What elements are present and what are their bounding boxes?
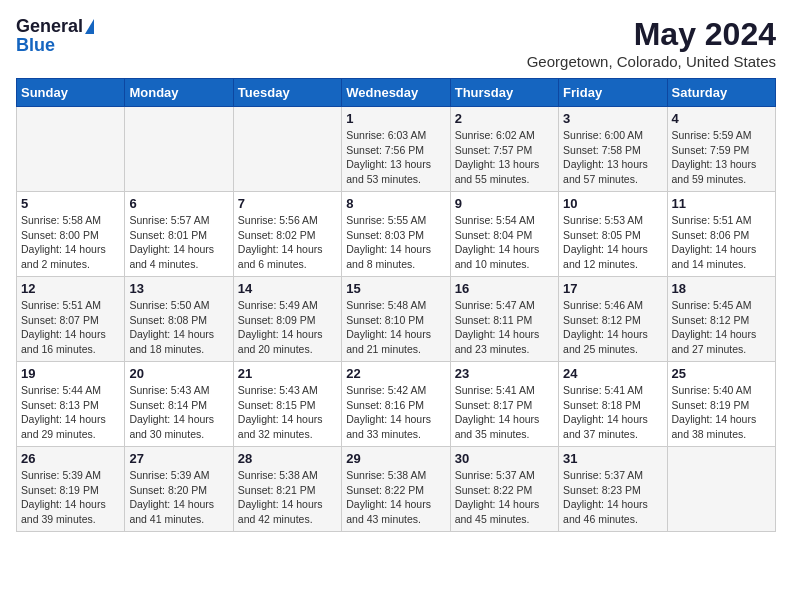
calendar-cell: 5Sunrise: 5:58 AM Sunset: 8:00 PM Daylig… xyxy=(17,192,125,277)
calendar-header: SundayMondayTuesdayWednesdayThursdayFrid… xyxy=(17,79,776,107)
day-number: 28 xyxy=(238,451,337,466)
day-number: 31 xyxy=(563,451,662,466)
calendar-cell: 14Sunrise: 5:49 AM Sunset: 8:09 PM Dayli… xyxy=(233,277,341,362)
day-number: 3 xyxy=(563,111,662,126)
day-info: Sunrise: 5:54 AM Sunset: 8:04 PM Dayligh… xyxy=(455,213,554,272)
day-info: Sunrise: 5:59 AM Sunset: 7:59 PM Dayligh… xyxy=(672,128,771,187)
calendar-cell xyxy=(17,107,125,192)
calendar-cell: 20Sunrise: 5:43 AM Sunset: 8:14 PM Dayli… xyxy=(125,362,233,447)
calendar-cell: 11Sunrise: 5:51 AM Sunset: 8:06 PM Dayli… xyxy=(667,192,775,277)
calendar-cell: 21Sunrise: 5:43 AM Sunset: 8:15 PM Dayli… xyxy=(233,362,341,447)
day-info: Sunrise: 5:55 AM Sunset: 8:03 PM Dayligh… xyxy=(346,213,445,272)
day-number: 11 xyxy=(672,196,771,211)
calendar-cell: 8Sunrise: 5:55 AM Sunset: 8:03 PM Daylig… xyxy=(342,192,450,277)
day-info: Sunrise: 5:41 AM Sunset: 8:18 PM Dayligh… xyxy=(563,383,662,442)
day-info: Sunrise: 6:02 AM Sunset: 7:57 PM Dayligh… xyxy=(455,128,554,187)
calendar-week-row: 12Sunrise: 5:51 AM Sunset: 8:07 PM Dayli… xyxy=(17,277,776,362)
logo-general-text: General xyxy=(16,16,83,37)
calendar-cell: 16Sunrise: 5:47 AM Sunset: 8:11 PM Dayli… xyxy=(450,277,558,362)
day-info: Sunrise: 5:45 AM Sunset: 8:12 PM Dayligh… xyxy=(672,298,771,357)
day-number: 14 xyxy=(238,281,337,296)
day-number: 4 xyxy=(672,111,771,126)
day-number: 20 xyxy=(129,366,228,381)
calendar-cell: 9Sunrise: 5:54 AM Sunset: 8:04 PM Daylig… xyxy=(450,192,558,277)
calendar-cell: 7Sunrise: 5:56 AM Sunset: 8:02 PM Daylig… xyxy=(233,192,341,277)
day-number: 13 xyxy=(129,281,228,296)
calendar-cell: 3Sunrise: 6:00 AM Sunset: 7:58 PM Daylig… xyxy=(559,107,667,192)
day-info: Sunrise: 5:46 AM Sunset: 8:12 PM Dayligh… xyxy=(563,298,662,357)
calendar-cell: 25Sunrise: 5:40 AM Sunset: 8:19 PM Dayli… xyxy=(667,362,775,447)
calendar-cell: 1Sunrise: 6:03 AM Sunset: 7:56 PM Daylig… xyxy=(342,107,450,192)
calendar-table: SundayMondayTuesdayWednesdayThursdayFrid… xyxy=(16,78,776,532)
weekday-header-tuesday: Tuesday xyxy=(233,79,341,107)
calendar-cell: 4Sunrise: 5:59 AM Sunset: 7:59 PM Daylig… xyxy=(667,107,775,192)
weekday-header-row: SundayMondayTuesdayWednesdayThursdayFrid… xyxy=(17,79,776,107)
calendar-week-row: 5Sunrise: 5:58 AM Sunset: 8:00 PM Daylig… xyxy=(17,192,776,277)
calendar-cell: 17Sunrise: 5:46 AM Sunset: 8:12 PM Dayli… xyxy=(559,277,667,362)
day-info: Sunrise: 5:39 AM Sunset: 8:19 PM Dayligh… xyxy=(21,468,120,527)
calendar-cell: 13Sunrise: 5:50 AM Sunset: 8:08 PM Dayli… xyxy=(125,277,233,362)
day-number: 12 xyxy=(21,281,120,296)
day-number: 5 xyxy=(21,196,120,211)
location-title: Georgetown, Colorado, United States xyxy=(527,53,776,70)
day-info: Sunrise: 5:51 AM Sunset: 8:06 PM Dayligh… xyxy=(672,213,771,272)
calendar-cell: 22Sunrise: 5:42 AM Sunset: 8:16 PM Dayli… xyxy=(342,362,450,447)
calendar-cell: 15Sunrise: 5:48 AM Sunset: 8:10 PM Dayli… xyxy=(342,277,450,362)
day-info: Sunrise: 5:53 AM Sunset: 8:05 PM Dayligh… xyxy=(563,213,662,272)
day-info: Sunrise: 5:56 AM Sunset: 8:02 PM Dayligh… xyxy=(238,213,337,272)
weekday-header-wednesday: Wednesday xyxy=(342,79,450,107)
day-number: 19 xyxy=(21,366,120,381)
day-number: 21 xyxy=(238,366,337,381)
weekday-header-monday: Monday xyxy=(125,79,233,107)
day-number: 27 xyxy=(129,451,228,466)
calendar-cell xyxy=(125,107,233,192)
calendar-cell: 18Sunrise: 5:45 AM Sunset: 8:12 PM Dayli… xyxy=(667,277,775,362)
calendar-week-row: 1Sunrise: 6:03 AM Sunset: 7:56 PM Daylig… xyxy=(17,107,776,192)
calendar-cell xyxy=(667,447,775,532)
day-info: Sunrise: 5:42 AM Sunset: 8:16 PM Dayligh… xyxy=(346,383,445,442)
logo: General Blue xyxy=(16,16,94,56)
weekday-header-saturday: Saturday xyxy=(667,79,775,107)
calendar-cell: 19Sunrise: 5:44 AM Sunset: 8:13 PM Dayli… xyxy=(17,362,125,447)
day-info: Sunrise: 5:57 AM Sunset: 8:01 PM Dayligh… xyxy=(129,213,228,272)
day-number: 10 xyxy=(563,196,662,211)
calendar-cell: 23Sunrise: 5:41 AM Sunset: 8:17 PM Dayli… xyxy=(450,362,558,447)
day-info: Sunrise: 5:58 AM Sunset: 8:00 PM Dayligh… xyxy=(21,213,120,272)
logo-triangle-icon xyxy=(85,19,94,34)
day-number: 18 xyxy=(672,281,771,296)
calendar-cell: 30Sunrise: 5:37 AM Sunset: 8:22 PM Dayli… xyxy=(450,447,558,532)
day-number: 29 xyxy=(346,451,445,466)
day-number: 1 xyxy=(346,111,445,126)
weekday-header-thursday: Thursday xyxy=(450,79,558,107)
calendar-week-row: 26Sunrise: 5:39 AM Sunset: 8:19 PM Dayli… xyxy=(17,447,776,532)
calendar-cell: 28Sunrise: 5:38 AM Sunset: 8:21 PM Dayli… xyxy=(233,447,341,532)
day-number: 6 xyxy=(129,196,228,211)
day-info: Sunrise: 5:43 AM Sunset: 8:15 PM Dayligh… xyxy=(238,383,337,442)
day-info: Sunrise: 5:51 AM Sunset: 8:07 PM Dayligh… xyxy=(21,298,120,357)
day-number: 26 xyxy=(21,451,120,466)
day-info: Sunrise: 5:49 AM Sunset: 8:09 PM Dayligh… xyxy=(238,298,337,357)
day-info: Sunrise: 5:37 AM Sunset: 8:22 PM Dayligh… xyxy=(455,468,554,527)
day-number: 7 xyxy=(238,196,337,211)
page-header: General Blue May 2024 Georgetown, Colora… xyxy=(16,16,776,70)
day-number: 9 xyxy=(455,196,554,211)
day-info: Sunrise: 5:38 AM Sunset: 8:21 PM Dayligh… xyxy=(238,468,337,527)
day-info: Sunrise: 5:43 AM Sunset: 8:14 PM Dayligh… xyxy=(129,383,228,442)
calendar-cell: 12Sunrise: 5:51 AM Sunset: 8:07 PM Dayli… xyxy=(17,277,125,362)
day-info: Sunrise: 5:47 AM Sunset: 8:11 PM Dayligh… xyxy=(455,298,554,357)
logo-blue-text: Blue xyxy=(16,35,55,56)
weekday-header-sunday: Sunday xyxy=(17,79,125,107)
day-info: Sunrise: 6:00 AM Sunset: 7:58 PM Dayligh… xyxy=(563,128,662,187)
day-number: 22 xyxy=(346,366,445,381)
calendar-cell: 6Sunrise: 5:57 AM Sunset: 8:01 PM Daylig… xyxy=(125,192,233,277)
calendar-body: 1Sunrise: 6:03 AM Sunset: 7:56 PM Daylig… xyxy=(17,107,776,532)
day-number: 15 xyxy=(346,281,445,296)
day-info: Sunrise: 5:39 AM Sunset: 8:20 PM Dayligh… xyxy=(129,468,228,527)
calendar-cell: 31Sunrise: 5:37 AM Sunset: 8:23 PM Dayli… xyxy=(559,447,667,532)
day-info: Sunrise: 5:44 AM Sunset: 8:13 PM Dayligh… xyxy=(21,383,120,442)
day-number: 8 xyxy=(346,196,445,211)
day-info: Sunrise: 6:03 AM Sunset: 7:56 PM Dayligh… xyxy=(346,128,445,187)
calendar-cell: 29Sunrise: 5:38 AM Sunset: 8:22 PM Dayli… xyxy=(342,447,450,532)
calendar-cell xyxy=(233,107,341,192)
day-number: 30 xyxy=(455,451,554,466)
